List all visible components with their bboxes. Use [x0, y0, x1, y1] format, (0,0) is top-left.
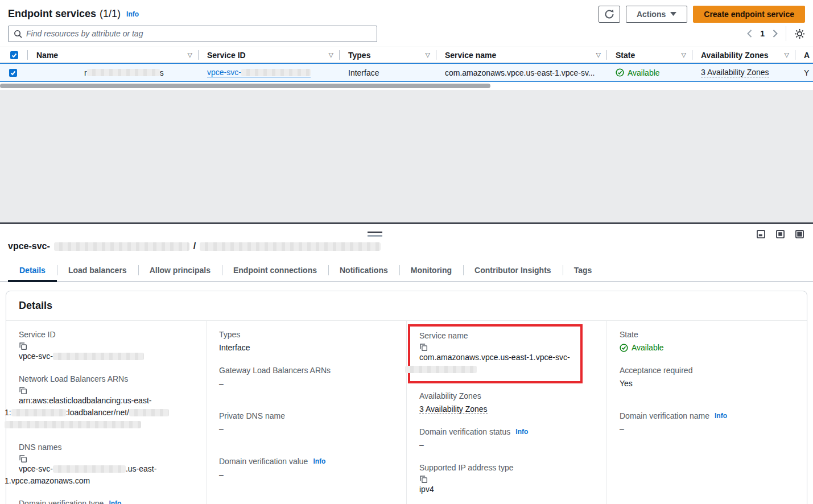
column-header-availability-zones: Availability Zones: [701, 51, 769, 60]
search-input[interactable]: [26, 29, 372, 38]
horizontal-scrollbar-thumb[interactable]: [0, 84, 490, 88]
availability-zones-label: Availability Zones: [419, 391, 595, 400]
dns-names-label: DNS names: [19, 443, 195, 452]
tab-contributor-insights[interactable]: Contributor Insights: [463, 261, 563, 281]
toolbar-divider: [786, 26, 786, 41]
copy-icon[interactable]: [19, 342, 195, 350]
nlb-arn-line1: arn:aws:elasticloadbalancing:us-east-: [19, 396, 151, 405]
cell-name: rs: [27, 64, 198, 81]
info-link[interactable]: Info: [126, 10, 139, 18]
redacted-name: [87, 69, 160, 76]
domain-verification-name-value: –: [620, 423, 795, 435]
status-available-icon: [620, 344, 628, 352]
details-column-2: Types Interface Gateway Load Balancers A…: [206, 321, 406, 504]
table-settings-gear-icon[interactable]: [794, 28, 805, 39]
tab-monitoring[interactable]: Monitoring: [399, 261, 463, 281]
filter-name-icon[interactable]: ▽: [188, 51, 192, 59]
info-link[interactable]: Info: [313, 457, 325, 465]
panel-resize-handle[interactable]: [368, 232, 382, 237]
info-link[interactable]: Info: [109, 499, 121, 504]
filter-state-icon[interactable]: ▽: [682, 51, 686, 59]
tab-endpoint-connections[interactable]: Endpoint connections: [222, 261, 328, 281]
tab-notifications[interactable]: Notifications: [328, 261, 399, 281]
filter-types-icon[interactable]: ▽: [426, 51, 430, 59]
types-label: Types: [219, 330, 395, 339]
availability-zones-value-link[interactable]: 3 Availability Zones: [419, 404, 488, 414]
dns-name-line2: 1.vpce.amazonaws.com: [5, 476, 90, 485]
redacted-panel-name: [200, 242, 381, 251]
copy-icon[interactable]: [419, 475, 595, 484]
nlb-arn-line2-pre: 1:: [5, 408, 11, 417]
tab-tags[interactable]: Tags: [563, 261, 604, 281]
previous-page-button[interactable]: [747, 30, 752, 38]
info-link[interactable]: Info: [715, 412, 727, 420]
cell-service-id: vpce-svc-: [198, 64, 339, 81]
panel-tabs: Details Load balancers Allow principals …: [0, 261, 813, 282]
status-available-icon: [616, 68, 624, 77]
details-card: Details Service ID vpce-svc- Network Loa…: [6, 291, 807, 504]
copy-icon[interactable]: [419, 343, 573, 352]
page-title: Endpoint services: [8, 8, 96, 20]
panel-layout-bottom-icon[interactable]: [757, 230, 765, 238]
redacted-service-id-value: [53, 353, 144, 360]
panel-layout-full-icon[interactable]: [795, 230, 804, 238]
select-all-checkbox[interactable]: [10, 51, 18, 59]
split-panel: vpce-svc- / Details Load balancers Allow…: [0, 222, 813, 502]
service-id-label: Service ID: [19, 330, 195, 339]
panel-title: vpce-svc- /: [0, 224, 813, 251]
search-icon: [14, 30, 22, 38]
table-row[interactable]: rs vpce-svc- Interface com.amazonaws.vpc…: [0, 63, 813, 82]
redacted-account-id: [11, 409, 66, 416]
create-endpoint-service-label: Create endpoint service: [704, 10, 794, 19]
copy-icon[interactable]: [19, 386, 195, 395]
service-id-link[interactable]: vpce-svc-: [207, 68, 311, 77]
name-fragment: r: [84, 68, 87, 77]
refresh-icon: [604, 9, 614, 19]
filter-service-name-icon[interactable]: ▽: [596, 51, 601, 59]
create-endpoint-service-button[interactable]: Create endpoint service: [693, 6, 805, 23]
table-header-row: Name▽ Service ID▽ Types▽ Service name▽ S…: [0, 47, 813, 63]
actions-button[interactable]: Actions: [626, 6, 687, 23]
cell-state: Available: [606, 64, 692, 81]
refresh-button[interactable]: [599, 6, 620, 23]
filter-availability-zones-icon[interactable]: ▽: [785, 51, 789, 59]
caret-down-icon: [670, 12, 676, 16]
content-background: [0, 90, 813, 222]
tab-details[interactable]: Details: [8, 261, 57, 281]
state-label: State: [620, 330, 795, 339]
glb-arns-value: –: [219, 378, 395, 390]
copy-icon[interactable]: [19, 455, 195, 463]
column-header-acceptance: A: [804, 51, 810, 60]
column-header-service-id: Service ID: [207, 51, 246, 60]
supported-ip-type-label: Supported IP address type: [419, 463, 595, 472]
types-value: Interface: [219, 342, 395, 354]
availability-zones-link[interactable]: 3 Availability Zones: [701, 68, 769, 77]
details-column-1: Service ID vpce-svc- Network Load Balanc…: [6, 321, 206, 504]
details-heading: Details: [6, 291, 807, 321]
cell-service-name: com.amazonaws.vpce.us-east-1.vpce-sv...: [436, 64, 606, 81]
service-name-label: Service name: [419, 331, 573, 340]
domain-verification-type-label: Domain verification type: [19, 499, 104, 504]
search-box[interactable]: [8, 26, 377, 42]
info-link[interactable]: Info: [515, 428, 528, 436]
cell-acceptance: Y: [795, 64, 813, 81]
endpoint-services-table: Name▽ Service ID▽ Types▽ Service name▽ S…: [0, 47, 813, 90]
resource-count: (1/1): [100, 8, 121, 20]
cell-types: Interface: [339, 64, 436, 81]
tab-load-balancers[interactable]: Load balancers: [57, 261, 138, 281]
domain-verification-value-label: Domain verification value: [219, 457, 308, 466]
acceptance-required-value: Yes: [620, 378, 795, 390]
nlb-arns-label: Network Load Balancers ARNs: [19, 374, 195, 383]
panel-layout-half-icon[interactable]: [776, 230, 785, 238]
row-checkbox[interactable]: [9, 69, 17, 77]
page-header: Endpoint services (1/1) Info Actions Cre…: [0, 0, 813, 24]
current-page[interactable]: 1: [760, 29, 765, 38]
filter-service-id-icon[interactable]: ▽: [329, 51, 333, 59]
redacted-service-name: [405, 366, 477, 373]
next-page-button[interactable]: [773, 30, 778, 38]
service-name-highlight-box: Service name com.amazonaws.vpce.us-east-…: [408, 324, 583, 383]
service-name-line1: com.amazonaws.vpce.us-east-1.vpce-svc-: [419, 353, 570, 362]
tab-allow-principals[interactable]: Allow principals: [138, 261, 222, 281]
column-header-state: State: [616, 51, 635, 60]
service-id-prefix: vpce-svc-: [207, 68, 241, 77]
